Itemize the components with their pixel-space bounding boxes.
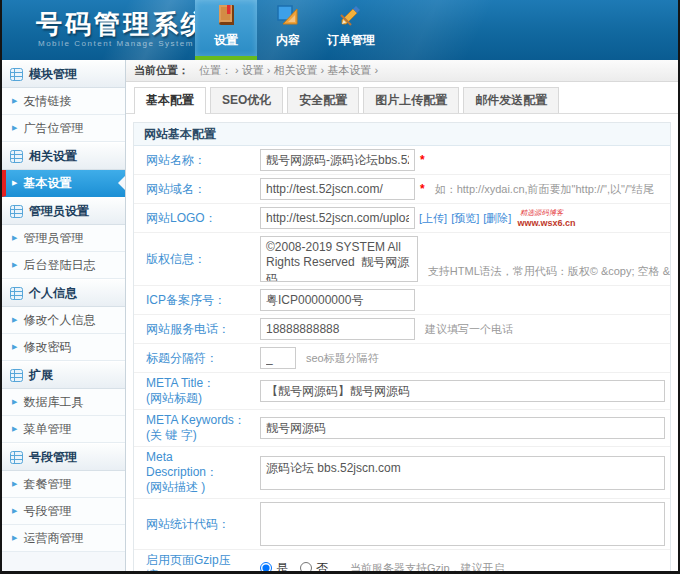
- sidebar-item-operator-manage[interactable]: ▶运营商管理: [2, 525, 125, 552]
- radio-label: 是: [276, 560, 288, 572]
- form-row-phone: 网站服务电话：建议填写一个电话: [134, 315, 670, 344]
- field-note: seo标题分隔符: [306, 351, 379, 366]
- tab-seo[interactable]: SEO优化: [210, 87, 283, 113]
- icp-input[interactable]: [260, 289, 415, 311]
- arrow-right-icon: ▶: [12, 480, 17, 488]
- gzip-radio-1[interactable]: [300, 562, 312, 571]
- field-label-meta-description: Meta Description：(网站描述 ): [146, 450, 246, 495]
- sidebar-item-label: 号段管理: [23, 503, 71, 520]
- separator-input[interactable]: [260, 347, 296, 369]
- nav-tab-content[interactable]: 内容: [257, 0, 319, 60]
- arrow-right-icon: ▶: [12, 534, 17, 542]
- sidebar-section-title: 模块管理: [2, 60, 125, 88]
- nav-tab-label: 订单管理: [327, 32, 375, 49]
- grid-icon: [10, 287, 23, 300]
- preview-link[interactable]: [预览]: [451, 211, 479, 226]
- sidebar-item-label: 菜单管理: [23, 421, 71, 438]
- nav-tab-settings[interactable]: 设置: [195, 0, 257, 60]
- meta-description-textarea[interactable]: 源码论坛 bbs.52jscn.com: [260, 456, 665, 490]
- arrow-right-icon: ▶: [12, 234, 17, 242]
- tab-image-upload[interactable]: 图片上传配置: [363, 87, 459, 113]
- grid-icon: [10, 150, 23, 163]
- field-note: 当前服务器支持Gzip，建议开启: [350, 561, 505, 572]
- app-subtitle: Mobile Content Manage System: [38, 39, 194, 48]
- sidebar-item-login-log[interactable]: ▶后台登陆日志: [2, 252, 125, 279]
- arrow-right-icon: ▶: [12, 124, 17, 132]
- arrow-right-icon: ▶: [12, 261, 17, 269]
- gzip-option-0[interactable]: 是: [260, 560, 288, 572]
- sidebar: 模块管理▶友情链接▶广告位管理相关设置▶基本设置管理员设置▶管理员管理▶后台登陆…: [2, 60, 126, 571]
- grid-icon: [10, 451, 23, 464]
- content-body: 网站基本配置 网站名称：*网站域名：*如：http://xydai.cn,前面要…: [126, 114, 678, 571]
- form-row-site-logo: 网站LOGO：[上传][预览][删除]精选源码博客www.wsx6.cn: [134, 204, 670, 233]
- config-tabs: 基本配置SEO优化安全配置图片上传配置邮件发送配置: [126, 82, 678, 114]
- sidebar-item-label: 修改密码: [23, 339, 71, 356]
- form-row-meta-description: Meta Description：(网站描述 )源码论坛 bbs.52jscn.…: [134, 447, 670, 499]
- breadcrumb-path: 位置： › 设置 › 相关设置 › 基本设置 ›: [199, 63, 378, 78]
- form-row-meta-title: META Title：(网站标题): [134, 373, 670, 410]
- sidebar-item-label: 友情链接: [23, 93, 71, 110]
- sidebar-item-edit-profile[interactable]: ▶修改个人信息: [2, 307, 125, 334]
- site-name-input[interactable]: [260, 149, 415, 171]
- site-domain-input[interactable]: [260, 178, 415, 200]
- sidebar-item-friend-links[interactable]: ▶友情链接: [2, 88, 125, 115]
- content-area: 当前位置： 位置： › 设置 › 相关设置 › 基本设置 › 基本配置SEO优化…: [126, 60, 678, 571]
- field-label-stats-code: 网站统计代码：: [146, 517, 246, 532]
- site-logo-input[interactable]: [260, 207, 415, 229]
- arrow-right-icon: ▶: [12, 179, 17, 187]
- stats-code-textarea[interactable]: [260, 502, 665, 546]
- delete-link[interactable]: [删除]: [483, 211, 511, 226]
- meta-keywords-input[interactable]: [260, 417, 665, 439]
- sidebar-item-db-tools[interactable]: ▶数据库工具: [2, 389, 125, 416]
- sidebar-item-package-manage[interactable]: ▶套餐管理: [2, 471, 125, 498]
- sidebar-item-number-segment[interactable]: ▶号段管理: [2, 498, 125, 525]
- field-label-meta-title: META Title：(网站标题): [146, 376, 246, 406]
- field-label-meta-keywords: META Keywords：(关 键 字): [146, 413, 246, 443]
- book-icon: [213, 0, 239, 29]
- arrow-right-icon: ▶: [12, 343, 17, 351]
- field-label-icp: ICP备案序号：: [146, 293, 246, 308]
- nav-tab-label: 设置: [214, 32, 238, 49]
- field-note: 如：http://xydai.cn,前面要加"http://",以"/"结尾: [435, 182, 654, 197]
- sidebar-item-ad-slots[interactable]: ▶广告位管理: [2, 115, 125, 142]
- arrow-right-icon: ▶: [12, 316, 17, 324]
- form-row-icp: ICP备案序号：: [134, 286, 670, 315]
- sidebar-section-title: 扩展: [2, 361, 125, 389]
- sidebar-item-label: 广告位管理: [23, 120, 83, 137]
- form-row-copyright: 版权信息：©2008-2019 SYSTEM All Rights Reserv…: [134, 233, 670, 286]
- sidebar-item-label: 数据库工具: [23, 394, 83, 411]
- field-label-site-domain: 网站域名：: [146, 182, 246, 197]
- tab-security[interactable]: 安全配置: [287, 87, 359, 113]
- sidebar-item-menu-manage[interactable]: ▶菜单管理: [2, 416, 125, 443]
- sidebar-item-change-password[interactable]: ▶修改密码: [2, 334, 125, 361]
- field-label-gzip: 启用页面Gzip压缩：: [146, 553, 246, 571]
- app-header: 号码管理系统 Mobile Content Manage System 设置内容…: [2, 0, 678, 60]
- sidebar-item-label: 运营商管理: [23, 530, 83, 547]
- top-nav: 设置内容订单管理: [195, 0, 383, 60]
- gzip-option-1[interactable]: 否: [300, 560, 328, 572]
- form-row-site-name: 网站名称：*: [134, 146, 670, 175]
- config-form: 网站名称：*网站域名：*如：http://xydai.cn,前面要加"http:…: [134, 146, 670, 571]
- form-row-stats-code: 网站统计代码：: [134, 499, 670, 550]
- sidebar-item-label: 修改个人信息: [23, 312, 95, 329]
- sidebar-item-admin-manage[interactable]: ▶管理员管理: [2, 225, 125, 252]
- sidebar-section-title: 个人信息: [2, 279, 125, 307]
- upload-link[interactable]: [上传]: [419, 211, 447, 226]
- panel-title: 网站基本配置: [134, 123, 670, 146]
- sidebar-item-basic-settings[interactable]: ▶基本设置: [2, 170, 125, 197]
- form-row-gzip: 启用页面Gzip压缩：是否当前服务器支持Gzip，建议开启: [134, 550, 670, 571]
- pen-icon: [338, 0, 364, 29]
- radio-label: 否: [316, 560, 328, 572]
- nav-tab-orders[interactable]: 订单管理: [319, 0, 383, 60]
- copyright-textarea[interactable]: ©2008-2019 SYSTEM All Rights Reserved 靓号…: [260, 236, 418, 282]
- config-panel: 网站基本配置 网站名称：*网站域名：*如：http://xydai.cn,前面要…: [133, 122, 671, 571]
- nav-tab-label: 内容: [276, 32, 300, 49]
- watermark: 精选源码博客www.wsx6.cn: [517, 208, 575, 228]
- meta-title-input[interactable]: [260, 380, 665, 402]
- breadcrumb-prefix: 当前位置：: [134, 63, 189, 78]
- phone-input[interactable]: [260, 318, 415, 340]
- gzip-radio-0[interactable]: [260, 562, 272, 571]
- app-title: 号码管理系统: [36, 7, 210, 42]
- tab-basic[interactable]: 基本配置: [134, 87, 206, 114]
- tab-mail[interactable]: 邮件发送配置: [463, 87, 559, 113]
